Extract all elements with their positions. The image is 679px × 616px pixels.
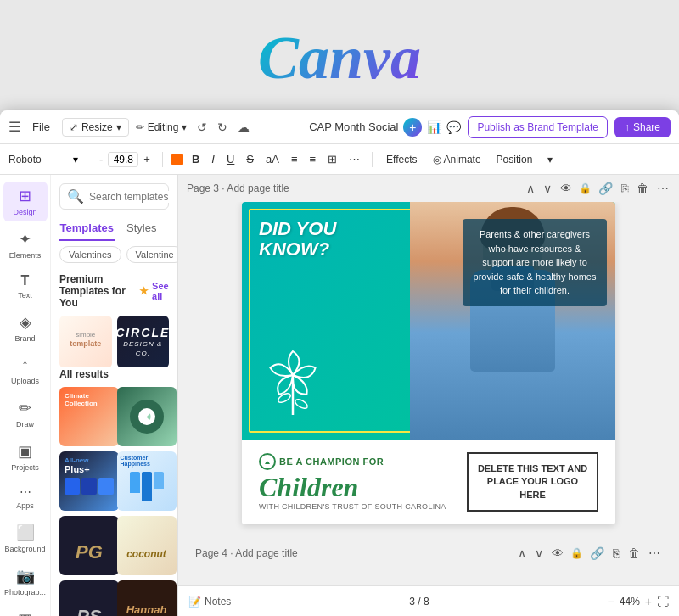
sidebar-item-draw[interactable]: ✏ Draw <box>3 394 48 434</box>
children-text: Children <box>259 473 454 501</box>
text-box-right: Parents & other caregivers who have reso… <box>463 219 607 306</box>
page3-title-area: Page 3 · Add page title <box>187 182 289 194</box>
logo-placeholder-text: DELETE THIS TEXT AND PLACE YOUR LOGO HER… <box>475 462 590 501</box>
sidebar-item-text[interactable]: T Text <box>3 268 48 305</box>
zoom-in-button[interactable]: + <box>645 595 652 608</box>
template-ps[interactable]: PS <box>59 580 119 616</box>
see-all-button[interactable]: See all <box>152 281 169 301</box>
resize-button[interactable]: ⤢ Resize ▾ <box>62 118 129 137</box>
font-selector[interactable]: Roboto <box>8 154 68 165</box>
text-size-small[interactable]: aA <box>262 151 283 167</box>
share-button[interactable]: ↑ Share <box>614 117 671 137</box>
chip-valentine[interactable]: Valentine <box>126 246 177 263</box>
page3-eye-icon[interactable]: 👁 <box>558 180 574 197</box>
logo-placeholder-box[interactable]: DELETE THIS TEXT AND PLACE YOUR LOGO HER… <box>467 452 598 512</box>
did-you-know-title: DID YOU KNOW? <box>259 219 397 260</box>
page3-link-icon[interactable]: 🔗 <box>597 180 614 197</box>
template-climate[interactable]: ClimateCollection <box>59 387 119 446</box>
template-allnew[interactable]: All-new Plus+ <box>59 451 119 511</box>
file-menu[interactable]: File <box>27 117 55 137</box>
font-size-decrease[interactable]: - <box>96 151 106 167</box>
sidebar-item-elements[interactable]: ✦ Elements <box>3 225 48 265</box>
notes-button[interactable]: 📝 Notes <box>188 596 231 608</box>
canva-header: Canva <box>0 0 679 110</box>
page4-down-arrow[interactable]: ∨ <box>533 545 545 562</box>
hamburger-icon[interactable]: ☰ <box>8 119 20 135</box>
pinwheel-container <box>259 334 397 423</box>
search-input[interactable] <box>89 191 177 203</box>
page3-more-icon[interactable]: ⋯ <box>655 180 671 197</box>
bold-button[interactable]: B <box>188 151 203 167</box>
effects-button[interactable]: Effects <box>381 152 422 167</box>
page3-title[interactable]: Page 3 · Add page title <box>187 182 289 194</box>
all-results-title: All results <box>59 368 169 380</box>
design-top: DID YOU KNOW? <box>242 202 615 440</box>
page4-copy-icon[interactable]: ⎘ <box>611 545 621 562</box>
publish-button[interactable]: Publish as Brand Template <box>468 116 608 138</box>
projects-label: Projects <box>11 463 39 472</box>
template-thumb-1[interactable]: simple template <box>59 316 112 367</box>
design-left-content: DID YOU KNOW? <box>242 202 410 440</box>
format-more-button[interactable]: ▾ <box>542 152 558 167</box>
zoom-out-button[interactable]: − <box>608 595 614 608</box>
sidebar-item-projects[interactable]: ▣ Projects <box>3 437 48 477</box>
champion-leaf-icon <box>259 453 276 470</box>
canva-logo: Canva <box>258 23 421 93</box>
fullscreen-button[interactable]: ⛶ <box>657 595 669 608</box>
position-button[interactable]: Position <box>491 152 538 167</box>
chip-valentines[interactable]: Valentines <box>59 246 121 263</box>
page3-down-arrow[interactable]: ∨ <box>542 180 553 197</box>
font-size-increase[interactable]: + <box>140 151 154 167</box>
undo-button[interactable]: ↺ <box>194 119 210 136</box>
template-thumb-2[interactable]: CIRCLE DESIGN & CO. <box>117 316 170 367</box>
underline-button[interactable]: U <box>223 151 238 167</box>
editing-button[interactable]: ✏ Editing ▾ <box>136 121 188 133</box>
text-color-indicator[interactable] <box>171 154 183 165</box>
redo-button[interactable]: ↻ <box>214 119 231 136</box>
template-donut[interactable] <box>117 387 177 446</box>
page3-trash-icon[interactable]: 🗑 <box>635 180 650 197</box>
page4-eye-icon[interactable]: 👁 <box>550 545 565 562</box>
list-button[interactable]: ⊞ <box>324 151 340 167</box>
template-coconut[interactable]: coconut <box>117 516 177 575</box>
analytics-icon[interactable]: 📊 <box>427 120 441 134</box>
page3-up-arrow[interactable]: ∧ <box>525 180 536 197</box>
sidebar-item-brand[interactable]: ◈ Brand <box>3 308 48 348</box>
page4-controls: ∧ ∨ 👁 🔒 🔗 ⎘ 🗑 ⋯ <box>516 545 662 562</box>
font-dropdown-arrow[interactable]: ▾ <box>73 154 78 165</box>
template-customer[interactable]: CustomerHappiness <box>117 451 177 511</box>
template-pg[interactable]: PG <box>59 516 119 575</box>
add-collaborator-button[interactable]: + <box>403 118 422 137</box>
design-card[interactable]: DID YOU KNOW? <box>242 202 615 524</box>
tab-templates[interactable]: Templates <box>59 216 115 241</box>
sidebar-item-uploads[interactable]: ↑ Uploads <box>3 351 48 390</box>
sidebar-item-apps[interactable]: ⋯ Apps <box>3 480 48 515</box>
page4-title[interactable]: Page 4 · Add page title <box>195 547 298 559</box>
premium-label-row: Premium Templates for You ★ See all <box>51 268 177 311</box>
template-hannah[interactable]: Hannah MORALES <box>117 580 177 616</box>
comment-icon[interactable]: 💬 <box>446 120 461 134</box>
search-bar: 🔍 ⚙ <box>59 183 169 210</box>
page3-header: Page 3 · Add page title ∧ ∨ 👁 🔒 🔗 ⎘ 🗑 ⋯ <box>178 175 679 202</box>
more-text-options[interactable]: ⋯ <box>345 151 363 167</box>
sidebar-item-qrcode[interactable]: ▦ QR code <box>3 605 48 616</box>
sidebar-item-photography[interactable]: 📷 Photograp... <box>3 562 48 602</box>
notes-icon: 📝 <box>188 596 201 608</box>
all-results-section: All results <box>51 367 177 385</box>
page4-up-arrow[interactable]: ∧ <box>516 545 528 562</box>
sidebar-item-background[interactable]: ⬜ Background <box>3 518 48 558</box>
page3-copy-icon[interactable]: ⎘ <box>620 180 630 197</box>
tab-styles[interactable]: Styles <box>115 216 170 241</box>
left-sidebar: ⊞ Design ✦ Elements T Text ◈ Brand <box>0 175 178 616</box>
align-right[interactable]: ≡ <box>306 151 320 167</box>
align-left[interactable]: ≡ <box>288 151 301 167</box>
strikethrough-button[interactable]: S <box>243 151 257 167</box>
page4-trash-icon[interactable]: 🗑 <box>626 545 642 562</box>
sidebar-combined: ⊞ Design ✦ Elements T Text ◈ Brand <box>0 175 177 616</box>
sidebar-item-design[interactable]: ⊞ Design <box>3 182 48 221</box>
animate-button[interactable]: ◎ Animate <box>428 152 486 167</box>
italic-button[interactable]: I <box>208 151 218 167</box>
page4-link-icon[interactable]: 🔗 <box>588 545 606 562</box>
page4-more-icon[interactable]: ⋯ <box>647 545 662 562</box>
font-size-input[interactable] <box>108 152 138 167</box>
